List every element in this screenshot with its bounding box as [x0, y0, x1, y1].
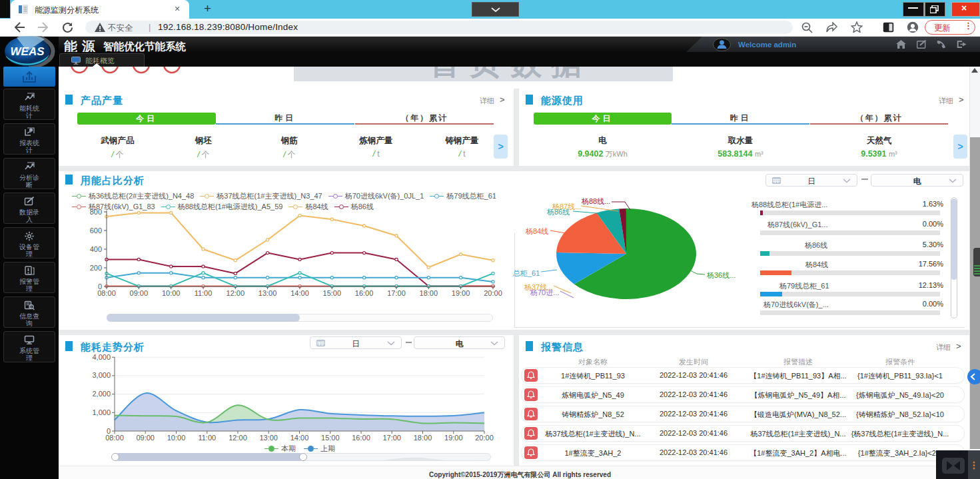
svg-text:12:00: 12:00 — [227, 289, 245, 297]
svg-text:4,000: 4,000 — [92, 353, 111, 361]
svg-text:WEAS: WEAS — [11, 45, 45, 58]
svg-text:400: 400 — [90, 245, 102, 253]
svg-text:600: 600 — [90, 227, 102, 235]
svg-text:10:00: 10:00 — [162, 289, 181, 297]
svg-text:20:00: 20:00 — [484, 289, 502, 297]
svg-text:15:00: 15:00 — [323, 289, 342, 297]
svg-text:2,000: 2,000 — [92, 390, 111, 398]
svg-text:10:00: 10:00 — [167, 434, 186, 442]
svg-text:200: 200 — [90, 264, 102, 272]
svg-text:13:00: 13:00 — [258, 289, 277, 297]
svg-text:11:00: 11:00 — [198, 434, 216, 442]
svg-text:08:00: 08:00 — [97, 289, 116, 297]
svg-text:09:00: 09:00 — [130, 289, 149, 297]
svg-text:13:00: 13:00 — [259, 434, 278, 442]
svg-text:20:00: 20:00 — [475, 434, 494, 442]
svg-text:19:00: 19:00 — [452, 289, 470, 297]
svg-text:800: 800 — [90, 208, 102, 216]
svg-text:16:00: 16:00 — [352, 434, 370, 442]
svg-text:17:00: 17:00 — [382, 434, 401, 442]
svg-text:12:00: 12:00 — [229, 434, 247, 442]
svg-text:17:00: 17:00 — [387, 289, 406, 297]
svg-text:18:00: 18:00 — [420, 289, 438, 297]
svg-text:08:00: 08:00 — [105, 434, 124, 442]
svg-text:15:00: 15:00 — [321, 434, 340, 442]
svg-text:3,000: 3,000 — [92, 371, 111, 379]
svg-text:14:00: 14:00 — [290, 289, 309, 297]
svg-text:19:00: 19:00 — [444, 434, 463, 442]
svg-text:11:00: 11:00 — [195, 289, 213, 297]
svg-text:16:00: 16:00 — [355, 289, 374, 297]
svg-text:18:00: 18:00 — [414, 434, 432, 442]
svg-text:14:00: 14:00 — [290, 434, 309, 442]
svg-text:1,000: 1,000 — [92, 408, 111, 416]
svg-text:09:00: 09:00 — [136, 434, 155, 442]
